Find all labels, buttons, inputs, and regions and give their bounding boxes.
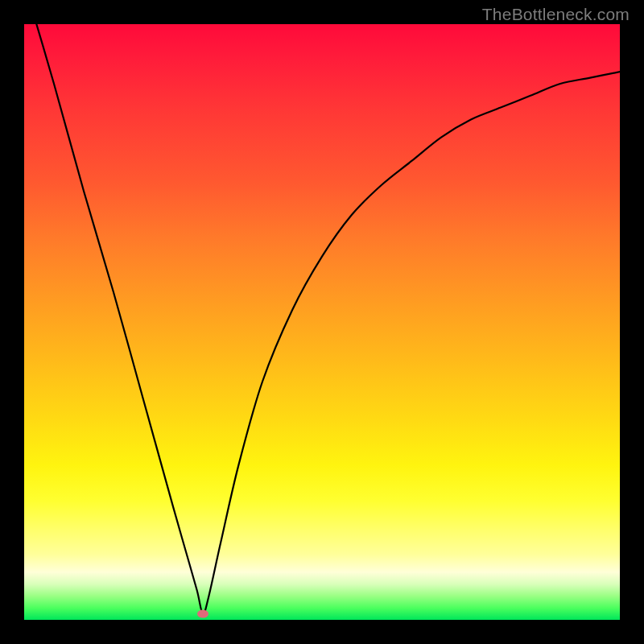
bottleneck-curve [24,24,620,614]
plot-area [24,24,620,620]
watermark-text: TheBottleneck.com [482,5,630,24]
chart-frame: TheBottleneck.com [0,0,644,644]
curve-svg [24,24,620,620]
optimum-point-marker [197,610,208,618]
